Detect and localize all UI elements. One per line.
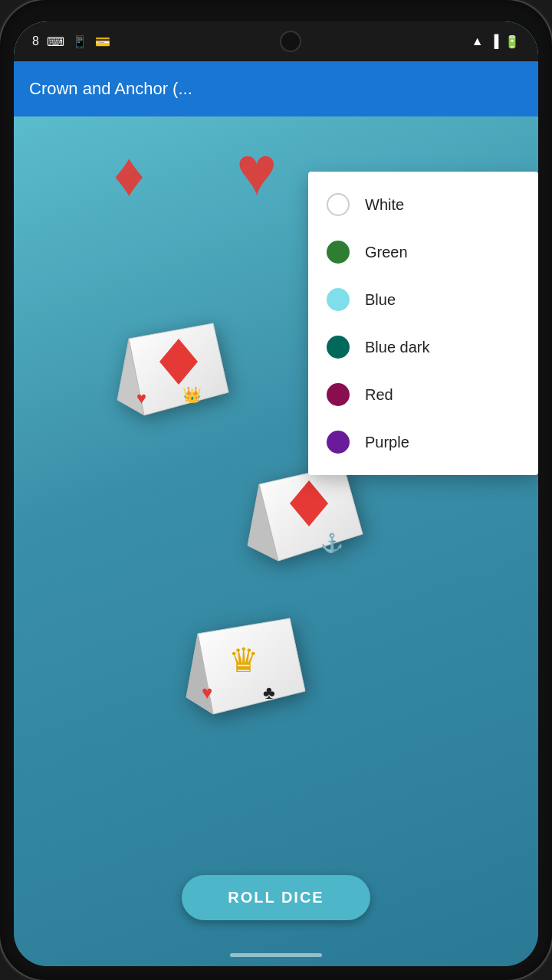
svg-text:♥: ♥ bbox=[202, 682, 212, 703]
status-left: 8 ⌨ 📱 💳 bbox=[32, 34, 110, 49]
status-right: ▲ ▐ 🔋 bbox=[472, 34, 520, 49]
wifi-icon: ▲ bbox=[472, 34, 484, 48]
svg-text:♛: ♛ bbox=[228, 641, 258, 679]
color-dot-red bbox=[327, 383, 350, 406]
menu-item-label-white: White bbox=[365, 196, 404, 214]
color-dot-blue bbox=[327, 288, 350, 311]
float-heart-symbol: ♥ bbox=[236, 132, 277, 211]
menu-item-label-red: Red bbox=[365, 386, 393, 404]
menu-item-green[interactable]: Green bbox=[308, 228, 538, 276]
status-icon-phone: 📱 bbox=[72, 34, 87, 49]
svg-text:♣: ♣ bbox=[263, 682, 275, 703]
color-dot-white bbox=[327, 193, 350, 216]
menu-item-purple[interactable]: Purple bbox=[308, 418, 538, 466]
menu-item-label-purple: Purple bbox=[365, 434, 409, 451]
menu-item-label-blue-dark: Blue dark bbox=[365, 339, 430, 356]
menu-item-blue-dark[interactable]: Blue dark bbox=[308, 323, 538, 371]
home-indicator bbox=[230, 953, 322, 957]
svg-text:⚓: ⚓ bbox=[320, 532, 343, 554]
status-bar: 8 ⌨ 📱 💳 ▲ ▐ 🔋 bbox=[14, 21, 538, 61]
signal-icon: ▐ bbox=[490, 34, 498, 48]
status-icon-sim: 💳 bbox=[95, 34, 110, 49]
phone-screen: 8 ⌨ 📱 💳 ▲ ▐ 🔋 Crown and Anchor (... ♦ ♥ bbox=[14, 21, 538, 966]
color-dot-blue-dark bbox=[327, 336, 350, 359]
dice-3: ♛ ♥ ♣ bbox=[182, 607, 313, 729]
status-icon-keyboard: ⌨ bbox=[47, 34, 64, 49]
svg-text:♥: ♥ bbox=[136, 388, 146, 408]
phone-frame: 8 ⌨ 📱 💳 ▲ ▐ 🔋 Crown and Anchor (... ♦ ♥ bbox=[0, 0, 552, 980]
app-bar: Crown and Anchor (... bbox=[14, 61, 538, 116]
roll-button-container: ROLL DICE bbox=[14, 875, 538, 920]
svg-text:👑: 👑 bbox=[182, 385, 202, 404]
color-dropdown-menu: White Green Blue Blue dark bbox=[308, 172, 538, 475]
color-dot-purple bbox=[327, 431, 350, 454]
color-dot-green bbox=[327, 241, 350, 264]
menu-item-red[interactable]: Red bbox=[308, 371, 538, 418]
dice-area: ♦ ♥ bbox=[14, 116, 538, 966]
battery-icon: 🔋 bbox=[504, 34, 520, 49]
app-bar-title: Crown and Anchor (... bbox=[29, 79, 523, 99]
menu-item-blue[interactable]: Blue bbox=[308, 276, 538, 323]
roll-dice-button[interactable]: ROLL DICE bbox=[182, 875, 370, 920]
status-icon-notification: 8 bbox=[32, 34, 39, 48]
menu-item-label-green: Green bbox=[365, 244, 408, 261]
dice-1: ♥ 👑 bbox=[113, 316, 236, 431]
camera-notch bbox=[280, 31, 301, 52]
menu-item-white[interactable]: White bbox=[308, 181, 538, 228]
menu-item-label-blue: Blue bbox=[365, 291, 396, 309]
main-content: ♦ ♥ bbox=[14, 116, 538, 966]
float-diamond-symbol: ♦ bbox=[113, 139, 145, 210]
